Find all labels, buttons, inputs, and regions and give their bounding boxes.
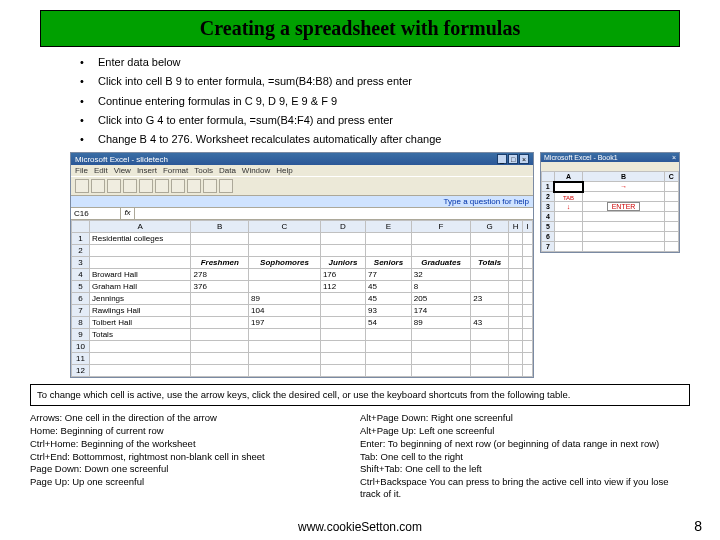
shortcut: Page Up: Up one screenful	[30, 476, 360, 488]
toolbar-icon[interactable]	[139, 179, 153, 193]
bullet: Enter data below	[98, 55, 181, 69]
toolbar-icon[interactable]	[203, 179, 217, 193]
shortcut: Ctrl+Home: Beginning of the worksheet	[30, 438, 360, 450]
bullet: Change B 4 to 276. Worksheet recalculate…	[98, 132, 441, 146]
footer-url: www.cookieSetton.com	[0, 520, 720, 534]
bullet: Click into cell B 9 to enter formula, =s…	[98, 74, 412, 88]
shortcut: Home: Beginning of current row	[30, 425, 360, 437]
toolbar-icon[interactable]	[91, 179, 105, 193]
toolbar-icon[interactable]	[155, 179, 169, 193]
arrow-right-icon: →	[583, 182, 664, 192]
toolbar-icon[interactable]	[123, 179, 137, 193]
window-title: Microsoft Excel - slidetech	[75, 155, 168, 164]
help-box[interactable]: Type a question for help	[71, 196, 533, 207]
shortcuts-left-col: Arrows: One cell in the direction of the…	[30, 412, 360, 501]
formula-input[interactable]	[135, 208, 533, 219]
shortcuts-table: Arrows: One cell in the direction of the…	[30, 412, 690, 501]
window-controls[interactable]: _□×	[496, 154, 529, 164]
shortcut: Alt+Page Up: Left one screenful	[360, 425, 690, 437]
enter-key-label: ENTER	[607, 202, 641, 211]
shortcut: Ctrl+End: Bottommost, rightmost non-blan…	[30, 451, 360, 463]
formula-bar[interactable]: C16 fx	[71, 207, 533, 220]
shortcut: Page Down: Down one screenful	[30, 463, 360, 475]
shortcuts-right-col: Alt+Page Down: Right one screenful Alt+P…	[360, 412, 690, 501]
toolbar-icon[interactable]	[187, 179, 201, 193]
toolbar-icon[interactable]	[107, 179, 121, 193]
shortcut: Ctrl+Backspace You can press to bring th…	[360, 476, 690, 500]
fx-icon[interactable]: fx	[121, 208, 135, 219]
mini-title: Microsoft Excel - Book1	[544, 154, 618, 161]
mini-toolbar	[541, 162, 679, 171]
menu-bar[interactable]: FileEditViewInsertFormatToolsDataWindowH…	[71, 165, 533, 176]
slide-title: Creating a spreadsheet with formulas	[40, 10, 680, 47]
shortcut: Arrows: One cell in the direction of the…	[30, 412, 360, 424]
mini-excel-window: Microsoft Excel - Book1× ABC 1→ 2TAB 3↓E…	[540, 152, 680, 253]
bullet-list: •Enter data below •Click into cell B 9 t…	[80, 55, 680, 146]
toolbar-icon[interactable]	[75, 179, 89, 193]
bullet: Continue entering formulas in C 9, D 9, …	[98, 94, 337, 108]
shortcut: Alt+Page Down: Right one screenful	[360, 412, 690, 424]
toolbar[interactable]	[71, 176, 533, 196]
tab-label: TAB	[563, 195, 574, 201]
toolbar-icon[interactable]	[171, 179, 185, 193]
shortcut: Tab: One cell to the right	[360, 451, 690, 463]
shortcut: Enter: To beginning of next row (or begi…	[360, 438, 690, 450]
arrow-down-icon: ↓	[554, 202, 583, 212]
bullet: Click into G 4 to enter formula, =sum(B4…	[98, 113, 393, 127]
mini-excel-panel: Microsoft Excel - Book1× ABC 1→ 2TAB 3↓E…	[540, 152, 680, 378]
window-titlebar: Microsoft Excel - slidetech _□×	[71, 153, 533, 165]
page-number: 8	[694, 518, 702, 534]
name-box[interactable]: C16	[71, 208, 121, 219]
shortcut: Shift+Tab: One cell to the left	[360, 463, 690, 475]
note-box: To change which cell is active, use the …	[30, 384, 690, 405]
spreadsheet-grid[interactable]: ABCDEFGHI 1Residential colleges 2 3Fresh…	[71, 220, 533, 377]
mini-close-icon[interactable]: ×	[672, 154, 676, 161]
screenshot-area: Microsoft Excel - slidetech _□× FileEdit…	[70, 152, 680, 378]
toolbar-icon[interactable]	[219, 179, 233, 193]
excel-main-window: Microsoft Excel - slidetech _□× FileEdit…	[70, 152, 534, 378]
